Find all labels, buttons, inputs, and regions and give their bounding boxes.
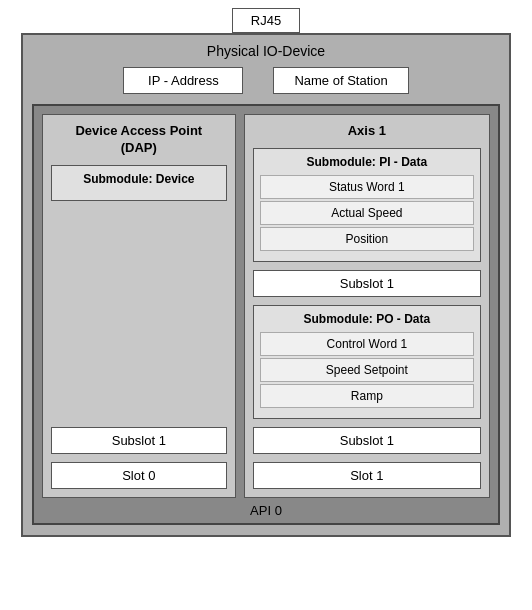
api-container: Device Access Point(DAP) Submodule: Devi… — [32, 104, 500, 525]
po-row-2: Speed Setpoint — [260, 358, 474, 382]
po-row-3: Ramp — [260, 384, 474, 408]
api-label: API 0 — [42, 498, 490, 523]
axis1-subslot2-label: Subslot 1 — [340, 433, 394, 448]
dap-slot-label: Slot 0 — [51, 462, 227, 489]
name-of-station-label: Name of Station — [294, 73, 387, 88]
dap-subslot: Subslot 1 — [51, 427, 227, 454]
pi-row-1: Status Word 1 — [260, 175, 474, 199]
outer-wrapper: RJ45 Physical IO-Device IP - Address Nam… — [0, 0, 532, 610]
physical-io-device: Physical IO-Device IP - Address Name of … — [21, 33, 511, 537]
axis1-submodules: Submodule: PI - Data Status Word 1 Actua… — [253, 148, 481, 497]
po-data-submodule: Submodule: PO - Data Control Word 1 Spee… — [253, 305, 481, 419]
pi-row-3: Position — [260, 227, 474, 251]
axis1-subslot2: Subslot 1 — [253, 427, 481, 454]
pi-row-2: Actual Speed — [260, 201, 474, 225]
ip-address-label: IP - Address — [148, 73, 219, 88]
po-row-1: Control Word 1 — [260, 332, 474, 356]
rj45-box: RJ45 — [232, 8, 300, 33]
axis1-slot-label: Slot 1 — [253, 462, 481, 489]
axis1-slot-name: Slot 1 — [350, 468, 383, 483]
axis1-subslot1: Subslot 1 — [253, 270, 481, 297]
axis1-slot: Axis 1 Submodule: PI - Data Status Word … — [244, 114, 490, 498]
axis1-slot-title: Axis 1 — [348, 123, 386, 140]
dap-inner: Submodule: Device Subslot 1 Slot 0 — [51, 165, 227, 497]
dap-submodule-box: Submodule: Device — [51, 165, 227, 201]
labels-row: IP - Address Name of Station — [123, 67, 408, 94]
po-data-title: Submodule: PO - Data — [260, 312, 474, 326]
slots-row: Device Access Point(DAP) Submodule: Devi… — [42, 114, 490, 498]
dap-subslot-label: Subslot 1 — [112, 433, 166, 448]
dap-slot-name: Slot 0 — [122, 468, 155, 483]
dap-slot-title: Device Access Point(DAP) — [75, 123, 202, 157]
physical-io-title: Physical IO-Device — [207, 43, 325, 59]
rj45-label: RJ45 — [251, 13, 281, 28]
name-of-station-box: Name of Station — [273, 67, 408, 94]
dap-slot: Device Access Point(DAP) Submodule: Devi… — [42, 114, 236, 498]
dap-submodule-title: Submodule: Device — [58, 172, 220, 186]
axis1-subslot1-label: Subslot 1 — [340, 276, 394, 291]
ip-address-box: IP - Address — [123, 67, 243, 94]
pi-data-title: Submodule: PI - Data — [260, 155, 474, 169]
pi-data-submodule: Submodule: PI - Data Status Word 1 Actua… — [253, 148, 481, 262]
